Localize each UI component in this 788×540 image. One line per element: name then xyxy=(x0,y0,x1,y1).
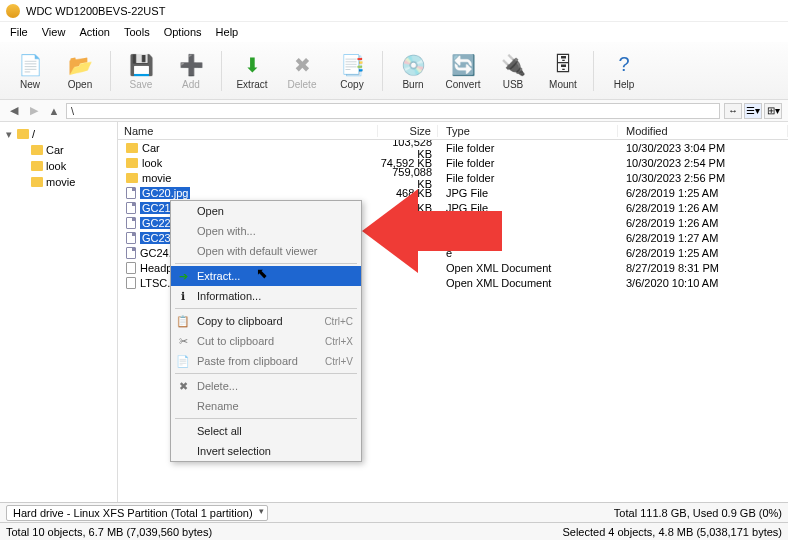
ctx-extract[interactable]: ➔Extract... xyxy=(171,266,361,286)
nav-fwd-button[interactable]: ▶ xyxy=(26,103,42,119)
view-sort-button[interactable]: ⊞▾ xyxy=(764,103,782,119)
folder-icon xyxy=(126,173,138,183)
path-field[interactable]: \ xyxy=(66,103,720,119)
delete-button: ✖Delete xyxy=(278,45,326,97)
ctx-copy-to-clipboard[interactable]: 📋Copy to clipboardCtrl+C xyxy=(171,311,361,331)
toolbar: 📄New📂Open💾Save➕Add⬇Extract✖Delete📑Copy💿B… xyxy=(0,42,788,100)
burn-icon: 💿 xyxy=(400,52,426,78)
add-label: Add xyxy=(182,79,200,90)
file-modified: 6/28/2019 1:25 AM xyxy=(618,247,788,259)
file-row[interactable]: GC20.jpg468 KBJPG File6/28/2019 1:25 AM xyxy=(118,185,788,200)
tree-node[interactable]: ▾/ xyxy=(4,126,113,142)
new-button[interactable]: 📄New xyxy=(6,45,54,97)
col-modified[interactable]: Modified xyxy=(618,125,788,137)
ctx-icon: 📄 xyxy=(176,355,190,368)
col-type[interactable]: Type xyxy=(438,125,618,137)
help-button[interactable]: ?Help xyxy=(600,45,648,97)
menu-help[interactable]: Help xyxy=(210,24,245,40)
folder-tree[interactable]: ▾/Carlookmovie xyxy=(0,122,118,502)
extract-button[interactable]: ⬇Extract xyxy=(228,45,276,97)
footer-drive: Hard drive - Linux XFS Partition (Total … xyxy=(0,502,788,522)
nav-up-button[interactable]: ▲ xyxy=(46,103,62,119)
ctx-rename: Rename xyxy=(171,396,361,416)
open-button[interactable]: 📂Open xyxy=(56,45,104,97)
ctx-open[interactable]: Open xyxy=(171,201,361,221)
tree-node[interactable]: movie xyxy=(4,174,113,190)
file-row[interactable]: look74,592 KBFile folder10/30/2023 2:54 … xyxy=(118,155,788,170)
col-name[interactable]: Name xyxy=(118,125,378,137)
menu-file[interactable]: File xyxy=(4,24,34,40)
file-list-header[interactable]: Name Size Type Modified xyxy=(118,122,788,140)
titlebar: WDC WD1200BEVS-22UST xyxy=(0,0,788,22)
toolbar-separator xyxy=(593,51,594,91)
ctx-label: Cut to clipboard xyxy=(197,335,274,347)
menu-view[interactable]: View xyxy=(36,24,72,40)
ctx-label: Paste from clipboard xyxy=(197,355,298,367)
file-type: JPG File xyxy=(438,187,618,199)
file-list: Name Size Type Modified Car103,528 KBFil… xyxy=(118,122,788,502)
ctx-label: Information... xyxy=(197,290,261,302)
context-menu[interactable]: OpenOpen with...Open with default viewer… xyxy=(170,200,362,462)
help-label: Help xyxy=(614,79,635,90)
copy-button[interactable]: 📑Copy xyxy=(328,45,376,97)
tree-label: look xyxy=(46,160,66,172)
menu-separator xyxy=(175,263,357,264)
tree-node[interactable]: look xyxy=(4,158,113,174)
mount-label: Mount xyxy=(549,79,577,90)
ctx-delete: ✖Delete... xyxy=(171,376,361,396)
new-icon: 📄 xyxy=(17,52,43,78)
menubar[interactable]: FileViewActionToolsOptionsHelp xyxy=(0,22,788,42)
menu-options[interactable]: Options xyxy=(158,24,208,40)
view-size-button[interactable]: ↔ xyxy=(724,103,742,119)
file-modified: 10/30/2023 3:04 PM xyxy=(618,142,788,154)
image-icon xyxy=(126,202,136,214)
folder-icon xyxy=(126,158,138,168)
menu-action[interactable]: Action xyxy=(73,24,116,40)
file-row[interactable]: Car103,528 KBFile folder10/30/2023 3:04 … xyxy=(118,140,788,155)
ctx-cut-to-clipboard: ✂Cut to clipboardCtrl+X xyxy=(171,331,361,351)
ctx-information[interactable]: ℹInformation... xyxy=(171,286,361,306)
file-list-body[interactable]: Car103,528 KBFile folder10/30/2023 3:04 … xyxy=(118,140,788,502)
file-name: look xyxy=(142,157,162,169)
folder-icon xyxy=(31,177,43,187)
expand-icon[interactable]: ▾ xyxy=(4,128,14,141)
toolbar-separator xyxy=(382,51,383,91)
add-icon: ➕ xyxy=(178,52,204,78)
selected-label: Selected 4 objects, 4.8 MB (5,038,171 by… xyxy=(562,526,782,538)
mount-button[interactable]: 🗄Mount xyxy=(539,45,587,97)
file-row[interactable]: movie759,088 KBFile folder10/30/2023 2:5… xyxy=(118,170,788,185)
image-icon xyxy=(126,187,136,199)
nav-back-button[interactable]: ◀ xyxy=(6,103,22,119)
ctx-invert-selection[interactable]: Invert selection xyxy=(171,441,361,461)
pathbar: ◀ ▶ ▲ \ ↔ ☰▾ ⊞▾ xyxy=(0,100,788,122)
col-size[interactable]: Size xyxy=(378,125,438,137)
help-icon: ? xyxy=(611,52,637,78)
drive-selector[interactable]: Hard drive - Linux XFS Partition (Total … xyxy=(6,505,268,521)
extract-label: Extract xyxy=(236,79,267,90)
usb-button[interactable]: 🔌USB xyxy=(489,45,537,97)
usb-icon: 🔌 xyxy=(500,52,526,78)
file-size: 468 KB xyxy=(378,187,438,199)
footer-status: Total 10 objects, 6.7 MB (7,039,560 byte… xyxy=(0,522,788,540)
toolbar-separator xyxy=(221,51,222,91)
folder-icon xyxy=(17,129,29,139)
add-button: ➕Add xyxy=(167,45,215,97)
save-button: 💾Save xyxy=(117,45,165,97)
ctx-label: Rename xyxy=(197,400,239,412)
ctx-select-all[interactable]: Select all xyxy=(171,421,361,441)
folder-icon xyxy=(31,161,43,171)
burn-button[interactable]: 💿Burn xyxy=(389,45,437,97)
convert-button[interactable]: 🔄Convert xyxy=(439,45,487,97)
toolbar-separator xyxy=(110,51,111,91)
menu-separator xyxy=(175,308,357,309)
menu-tools[interactable]: Tools xyxy=(118,24,156,40)
delete-label: Delete xyxy=(288,79,317,90)
tree-label: / xyxy=(32,128,35,140)
open-icon: 📂 xyxy=(67,52,93,78)
ctx-label: Open with... xyxy=(197,225,256,237)
save-label: Save xyxy=(130,79,153,90)
tree-node[interactable]: Car xyxy=(4,142,113,158)
file-type: File folder xyxy=(438,157,618,169)
view-list-button[interactable]: ☰▾ xyxy=(744,103,762,119)
main-area: ▾/Carlookmovie Name Size Type Modified C… xyxy=(0,122,788,502)
